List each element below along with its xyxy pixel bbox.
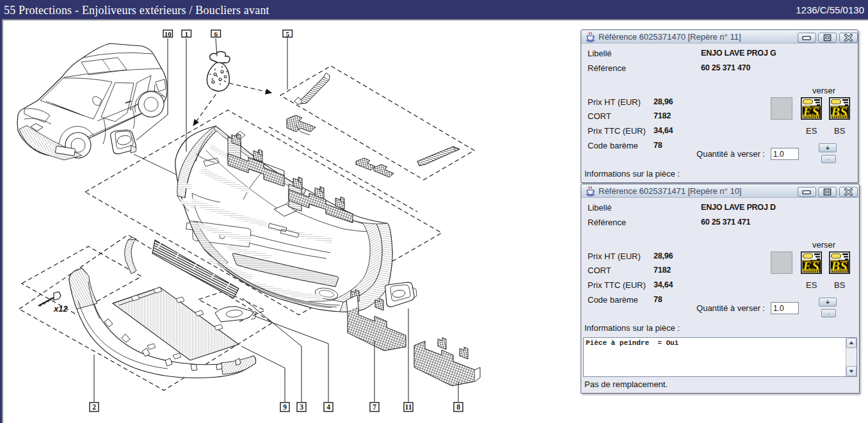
svg-text:9: 9 <box>283 403 287 411</box>
svg-text:2: 2 <box>92 403 96 411</box>
svg-text:8: 8 <box>456 403 460 411</box>
svg-text:3: 3 <box>300 403 303 411</box>
svg-text:BS: BS <box>830 104 848 120</box>
svg-text:1: 1 <box>184 30 188 38</box>
svg-text:5: 5 <box>285 30 289 38</box>
svg-text:4: 4 <box>326 403 330 411</box>
svg-text:x12: x12 <box>53 304 68 314</box>
svg-text:BS: BS <box>830 259 848 274</box>
svg-text:6: 6 <box>214 30 218 38</box>
svg-text:ES: ES <box>802 104 819 120</box>
svg-text:10: 10 <box>165 30 172 38</box>
svg-text:7: 7 <box>373 403 376 411</box>
svg-text:ES: ES <box>802 259 819 274</box>
svg-text:11: 11 <box>405 403 412 411</box>
